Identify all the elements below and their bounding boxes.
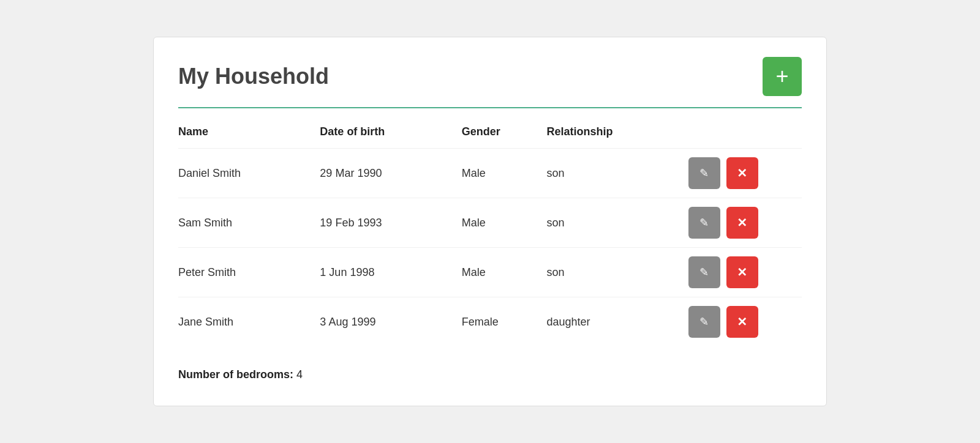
table-row: Peter Smith1 Jun 1998Maleson✎✕ (178, 248, 802, 297)
cell-relationship: son (547, 248, 688, 297)
cell-actions: ✎✕ (688, 248, 802, 297)
actions-container: ✎✕ (688, 256, 802, 288)
col-header-dob: Date of birth (320, 125, 461, 149)
pencil-icon: ✎ (699, 166, 709, 180)
delete-button[interactable]: ✕ (726, 157, 758, 189)
cell-actions: ✎✕ (688, 198, 802, 248)
close-icon: ✕ (737, 166, 747, 181)
edit-button[interactable]: ✎ (688, 256, 720, 288)
household-card: My Household + Name Date of birth Gender… (153, 37, 827, 406)
cell-gender: Male (462, 248, 547, 297)
table-row: Daniel Smith29 Mar 1990Maleson✎✕ (178, 149, 802, 198)
cell-dob: 3 Aug 1999 (320, 297, 461, 347)
cell-gender: Male (462, 198, 547, 248)
actions-container: ✎✕ (688, 306, 802, 338)
cell-dob: 29 Mar 1990 (320, 149, 461, 198)
household-table: Name Date of birth Gender Relationship D… (178, 125, 802, 346)
col-header-actions (688, 125, 802, 149)
edit-button[interactable]: ✎ (688, 157, 720, 189)
col-header-name: Name (178, 125, 320, 149)
edit-button[interactable]: ✎ (688, 306, 720, 338)
close-icon: ✕ (737, 265, 747, 280)
actions-container: ✎✕ (688, 207, 802, 239)
table-header-row: Name Date of birth Gender Relationship (178, 125, 802, 149)
edit-button[interactable]: ✎ (688, 207, 720, 239)
delete-button[interactable]: ✕ (726, 306, 758, 338)
col-header-gender: Gender (462, 125, 547, 149)
plus-icon: + (775, 64, 788, 89)
pencil-icon: ✎ (699, 315, 709, 329)
pencil-icon: ✎ (699, 266, 709, 279)
table-row: Jane Smith3 Aug 1999Femaledaughter✎✕ (178, 297, 802, 347)
close-icon: ✕ (737, 215, 747, 230)
cell-actions: ✎✕ (688, 297, 802, 347)
cell-name: Sam Smith (178, 198, 320, 248)
cell-relationship: son (547, 149, 688, 198)
cell-actions: ✎✕ (688, 149, 802, 198)
cell-name: Daniel Smith (178, 149, 320, 198)
table-row: Sam Smith19 Feb 1993Maleson✎✕ (178, 198, 802, 248)
cell-gender: Female (462, 297, 547, 347)
bedrooms-value: 4 (296, 368, 303, 381)
pencil-icon: ✎ (699, 216, 709, 229)
close-icon: ✕ (737, 315, 747, 329)
cell-name: Peter Smith (178, 248, 320, 297)
card-header: My Household + (178, 57, 802, 108)
cell-gender: Male (462, 149, 547, 198)
actions-container: ✎✕ (688, 157, 802, 189)
bedrooms-label: Number of bedrooms: (178, 368, 293, 381)
add-member-button[interactable]: + (763, 57, 802, 96)
cell-relationship: son (547, 198, 688, 248)
col-header-relationship: Relationship (547, 125, 688, 149)
delete-button[interactable]: ✕ (726, 256, 758, 288)
cell-relationship: daughter (547, 297, 688, 347)
delete-button[interactable]: ✕ (726, 207, 758, 239)
cell-name: Jane Smith (178, 297, 320, 347)
page-title: My Household (178, 64, 329, 89)
cell-dob: 19 Feb 1993 (320, 198, 461, 248)
cell-dob: 1 Jun 1998 (320, 248, 461, 297)
footer-section: Number of bedrooms: 4 (178, 368, 802, 381)
